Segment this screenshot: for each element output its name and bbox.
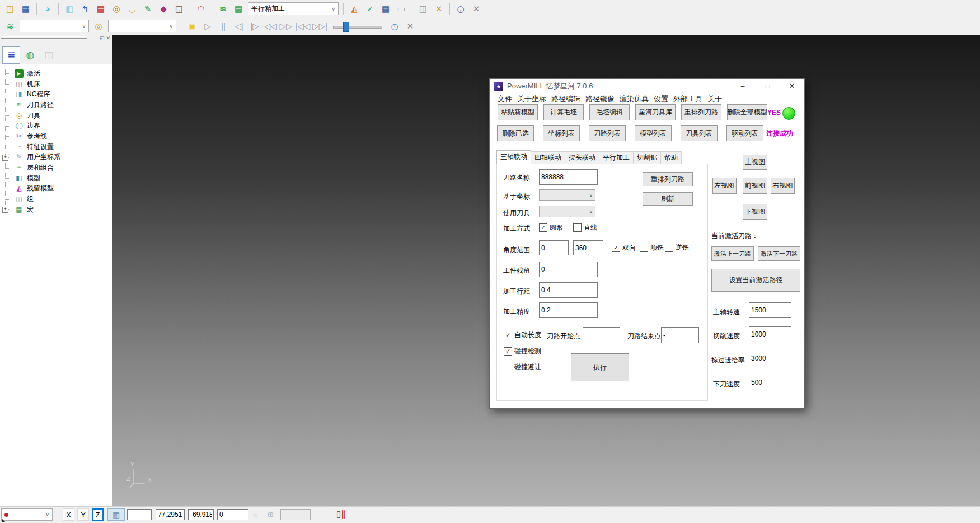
tree-item[interactable]: ✂参考线 xyxy=(0,131,112,142)
spindle-speed-input[interactable] xyxy=(749,302,791,318)
menu-item[interactable]: 路径编辑 xyxy=(551,94,580,104)
toolbar-close-icon[interactable]: ✕ xyxy=(403,20,418,33)
close-button[interactable]: ✕ xyxy=(785,80,799,93)
tool-dropdown[interactable]: ∨ xyxy=(108,20,176,32)
calculator-icon[interactable]: ▦ xyxy=(378,2,393,16)
tree-item[interactable]: ◯边界 xyxy=(0,120,112,131)
end-point-input[interactable] xyxy=(661,327,699,343)
explorer-tree-tab[interactable]: ≣ xyxy=(2,46,20,64)
stock-model-icon[interactable]: ◶ xyxy=(453,2,468,16)
conventional-mill-checkbox[interactable]: 逆铣 xyxy=(665,243,689,253)
locate-cursor-icon[interactable]: ⊕ xyxy=(267,510,274,520)
toolpath-icon[interactable]: ≋ xyxy=(3,20,17,33)
dialog-action-button[interactable]: 毛坯编辑 xyxy=(589,104,630,120)
shaded-view-icon[interactable]: ◕ xyxy=(40,2,55,16)
collision-check-icon[interactable]: ◡ xyxy=(125,2,139,16)
dialog-action-button[interactable]: 删除全部模型 xyxy=(727,104,767,120)
curve-editor-icon[interactable]: ✎ xyxy=(140,2,155,16)
toolpath-name-input[interactable] xyxy=(539,169,598,185)
execute-button[interactable]: 执行 xyxy=(571,353,629,381)
tool-icon[interactable]: ◎ xyxy=(91,20,106,33)
skim-feed-input[interactable] xyxy=(749,351,791,366)
dialog-list-button[interactable]: 刀路列表 xyxy=(589,125,626,141)
tree-item[interactable]: ◨NC程序 xyxy=(0,89,112,100)
tree-item[interactable]: ◭残留模型 xyxy=(0,184,112,194)
start-point-input[interactable] xyxy=(583,327,620,343)
explorer-globe-tab[interactable]: ◍ xyxy=(22,47,39,63)
tab-6[interactable]: 帮助 xyxy=(661,151,682,164)
rearrange-toolpaths-button[interactable]: 重排列刀路 xyxy=(643,172,693,186)
view-front-button[interactable]: 前视图 xyxy=(743,178,767,194)
tree-item[interactable]: +✎用户坐标系 xyxy=(0,152,112,163)
measure-icon[interactable]: ▭ xyxy=(394,2,409,16)
auto-length-checkbox[interactable]: ✓自动长度 xyxy=(504,330,541,340)
menu-item[interactable]: 关于坐标 xyxy=(517,94,546,104)
tree-item[interactable]: ◎刀具 xyxy=(0,110,112,121)
grid-size-field[interactable] xyxy=(127,509,152,520)
simulation-icon[interactable]: ◱ xyxy=(172,2,186,16)
simulation-speed-slider[interactable] xyxy=(333,21,382,32)
leads-links-icon[interactable]: ▤ xyxy=(93,2,108,16)
tolerance-field[interactable] xyxy=(280,509,311,520)
tolerance-input[interactable] xyxy=(539,302,598,318)
dialog-list-button[interactable]: 刀具列表 xyxy=(681,125,718,141)
tab-5[interactable]: 切割锯 xyxy=(634,151,661,164)
collision-check-checkbox[interactable]: ✓碰撞检测 xyxy=(504,347,541,356)
menu-item[interactable]: 外部工具 xyxy=(673,94,702,104)
dialog-list-button[interactable]: 删除已选 xyxy=(497,125,534,141)
z-coordinate-field[interactable] xyxy=(217,509,248,520)
block-icon[interactable]: ◧ xyxy=(62,2,77,16)
close-panel-icon[interactable]: ✕ xyxy=(106,35,110,41)
pattern-icon[interactable]: ◆ xyxy=(156,2,171,16)
go-to-end-icon[interactable]: ▷▷| xyxy=(312,20,328,33)
light-icon[interactable]: ◉ xyxy=(185,20,199,33)
toolpath-icon[interactable]: ≋ xyxy=(215,2,230,16)
expand-icon[interactable]: + xyxy=(2,207,8,213)
tab-1[interactable]: 三轴联动 xyxy=(496,150,531,164)
climb-mill-checkbox[interactable]: 顺铣 xyxy=(640,243,664,253)
menu-item[interactable]: 设置 xyxy=(654,94,668,104)
use-tool-select[interactable]: ∨ xyxy=(539,206,595,217)
tree-item[interactable]: ▸激活 xyxy=(0,68,112,79)
pause-macro-icon[interactable]: ▯∥ xyxy=(336,509,345,519)
strategy-list-icon[interactable]: ▤ xyxy=(231,2,246,16)
line-checkbox[interactable]: 直线 xyxy=(573,223,597,232)
view-top-button[interactable]: 上视图 xyxy=(743,155,767,170)
rewind-icon[interactable]: ◁◁ xyxy=(263,20,278,33)
expand-icon[interactable]: + xyxy=(2,155,8,161)
view-bottom-button[interactable]: 下视图 xyxy=(743,204,767,220)
angle-to-input[interactable] xyxy=(573,240,603,255)
tree-item[interactable]: ◫组 xyxy=(0,194,112,204)
play-icon[interactable]: ▷ xyxy=(200,20,215,33)
tab-3[interactable]: 摆头联动 xyxy=(565,151,599,164)
toolbar-close-icon[interactable]: ✕ xyxy=(469,2,484,16)
fast-forward-icon[interactable]: ▷▷ xyxy=(279,20,293,33)
axis-toggle-z[interactable]: Z xyxy=(92,508,104,521)
based-coord-select[interactable]: ∨ xyxy=(539,189,595,201)
dialog-list-button[interactable]: 驱动列表 xyxy=(726,125,763,141)
y-coordinate-field[interactable] xyxy=(188,509,214,520)
float-panel-icon[interactable]: ◱ xyxy=(100,35,105,41)
view-left-button[interactable]: 左视图 xyxy=(712,178,737,194)
rapid-moves-icon[interactable]: ↰ xyxy=(78,2,92,16)
activate-prev-toolpath-button[interactable]: 激活上一刀路 xyxy=(711,246,754,261)
favourites-icon[interactable]: ◭ xyxy=(347,2,362,16)
minimize-button[interactable]: – xyxy=(736,80,749,93)
tool-icon[interactable]: ◎ xyxy=(109,2,124,16)
transform-icon[interactable]: ✕ xyxy=(432,2,446,16)
machine-tool-icon[interactable]: ◠ xyxy=(194,2,208,16)
stock-allowance-input[interactable] xyxy=(539,262,598,277)
explorer-trash-tab[interactable]: ◫ xyxy=(40,47,57,63)
tree-item[interactable]: ◧模型 xyxy=(0,173,112,184)
tree-item[interactable]: ◔特征设置 xyxy=(0,142,112,152)
slider-handle[interactable] xyxy=(343,22,349,32)
save-project-icon[interactable]: ▦ xyxy=(18,2,33,16)
dialog-action-button[interactable]: 计算毛坯 xyxy=(543,104,584,120)
dialog-list-button[interactable]: 坐标列表 xyxy=(543,125,580,141)
plunge-feed-input[interactable] xyxy=(749,375,791,390)
dialog-action-button[interactable]: 星河刀具库 xyxy=(635,104,676,120)
open-project-icon[interactable]: ◰ xyxy=(3,2,17,16)
collision-avoid-checkbox[interactable]: 碰撞避让 xyxy=(504,362,541,372)
tree-item[interactable]: ≋刀具路径 xyxy=(0,100,112,110)
verify-icon[interactable]: ✓ xyxy=(363,2,377,16)
